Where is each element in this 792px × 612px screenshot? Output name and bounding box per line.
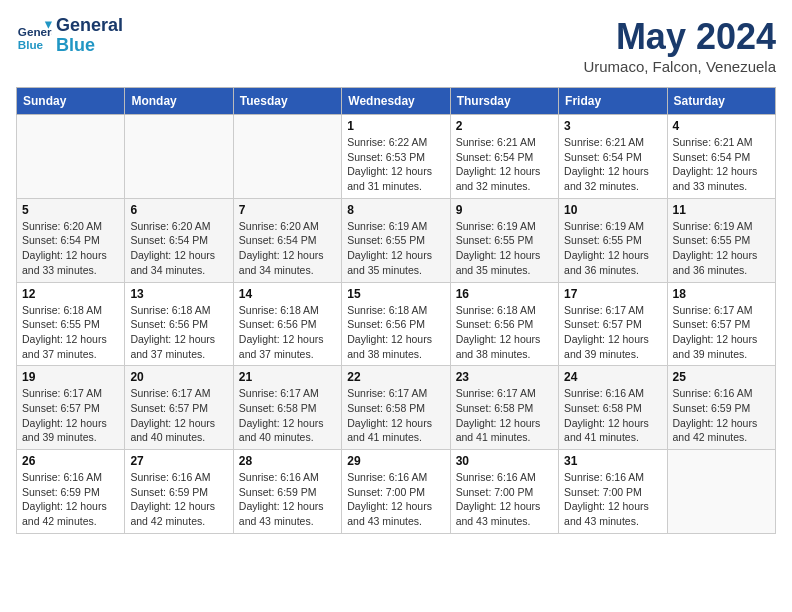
week-row-2: 12Sunrise: 6:18 AM Sunset: 6:55 PM Dayli… bbox=[17, 282, 776, 366]
weekday-monday: Monday bbox=[125, 88, 233, 115]
day-number: 3 bbox=[564, 119, 661, 133]
day-info: Sunrise: 6:17 AM Sunset: 6:58 PM Dayligh… bbox=[239, 386, 336, 445]
calendar-cell bbox=[667, 450, 775, 534]
day-number: 16 bbox=[456, 287, 553, 301]
calendar-cell: 30Sunrise: 6:16 AM Sunset: 7:00 PM Dayli… bbox=[450, 450, 558, 534]
calendar-cell: 11Sunrise: 6:19 AM Sunset: 6:55 PM Dayli… bbox=[667, 198, 775, 282]
calendar-cell: 8Sunrise: 6:19 AM Sunset: 6:55 PM Daylig… bbox=[342, 198, 450, 282]
day-info: Sunrise: 6:16 AM Sunset: 6:59 PM Dayligh… bbox=[673, 386, 770, 445]
day-info: Sunrise: 6:16 AM Sunset: 6:59 PM Dayligh… bbox=[239, 470, 336, 529]
day-info: Sunrise: 6:18 AM Sunset: 6:56 PM Dayligh… bbox=[239, 303, 336, 362]
weekday-sunday: Sunday bbox=[17, 88, 125, 115]
day-number: 25 bbox=[673, 370, 770, 384]
svg-text:General: General bbox=[18, 25, 52, 38]
calendar-header: SundayMondayTuesdayWednesdayThursdayFrid… bbox=[17, 88, 776, 115]
day-info: Sunrise: 6:21 AM Sunset: 6:54 PM Dayligh… bbox=[456, 135, 553, 194]
calendar-cell: 24Sunrise: 6:16 AM Sunset: 6:58 PM Dayli… bbox=[559, 366, 667, 450]
logo: General Blue General Blue bbox=[16, 16, 123, 56]
day-number: 31 bbox=[564, 454, 661, 468]
weekday-header-row: SundayMondayTuesdayWednesdayThursdayFrid… bbox=[17, 88, 776, 115]
calendar-cell: 5Sunrise: 6:20 AM Sunset: 6:54 PM Daylig… bbox=[17, 198, 125, 282]
calendar-cell: 3Sunrise: 6:21 AM Sunset: 6:54 PM Daylig… bbox=[559, 115, 667, 199]
day-info: Sunrise: 6:16 AM Sunset: 6:58 PM Dayligh… bbox=[564, 386, 661, 445]
day-number: 29 bbox=[347, 454, 444, 468]
calendar-cell: 26Sunrise: 6:16 AM Sunset: 6:59 PM Dayli… bbox=[17, 450, 125, 534]
day-info: Sunrise: 6:21 AM Sunset: 6:54 PM Dayligh… bbox=[673, 135, 770, 194]
day-info: Sunrise: 6:18 AM Sunset: 6:56 PM Dayligh… bbox=[456, 303, 553, 362]
calendar-cell: 10Sunrise: 6:19 AM Sunset: 6:55 PM Dayli… bbox=[559, 198, 667, 282]
calendar-cell bbox=[233, 115, 341, 199]
calendar-cell: 23Sunrise: 6:17 AM Sunset: 6:58 PM Dayli… bbox=[450, 366, 558, 450]
day-number: 17 bbox=[564, 287, 661, 301]
day-number: 12 bbox=[22, 287, 119, 301]
day-number: 9 bbox=[456, 203, 553, 217]
day-info: Sunrise: 6:18 AM Sunset: 6:55 PM Dayligh… bbox=[22, 303, 119, 362]
calendar-cell: 4Sunrise: 6:21 AM Sunset: 6:54 PM Daylig… bbox=[667, 115, 775, 199]
day-number: 4 bbox=[673, 119, 770, 133]
day-number: 26 bbox=[22, 454, 119, 468]
day-number: 15 bbox=[347, 287, 444, 301]
weekday-friday: Friday bbox=[559, 88, 667, 115]
day-number: 8 bbox=[347, 203, 444, 217]
logo-text-line1: General bbox=[56, 16, 123, 36]
weekday-saturday: Saturday bbox=[667, 88, 775, 115]
calendar-cell: 27Sunrise: 6:16 AM Sunset: 6:59 PM Dayli… bbox=[125, 450, 233, 534]
calendar-cell: 12Sunrise: 6:18 AM Sunset: 6:55 PM Dayli… bbox=[17, 282, 125, 366]
day-info: Sunrise: 6:17 AM Sunset: 6:57 PM Dayligh… bbox=[22, 386, 119, 445]
weekday-tuesday: Tuesday bbox=[233, 88, 341, 115]
day-info: Sunrise: 6:17 AM Sunset: 6:58 PM Dayligh… bbox=[347, 386, 444, 445]
day-number: 19 bbox=[22, 370, 119, 384]
calendar-cell: 15Sunrise: 6:18 AM Sunset: 6:56 PM Dayli… bbox=[342, 282, 450, 366]
weekday-wednesday: Wednesday bbox=[342, 88, 450, 115]
week-row-0: 1Sunrise: 6:22 AM Sunset: 6:53 PM Daylig… bbox=[17, 115, 776, 199]
day-info: Sunrise: 6:20 AM Sunset: 6:54 PM Dayligh… bbox=[239, 219, 336, 278]
logo-icon: General Blue bbox=[16, 18, 52, 54]
day-info: Sunrise: 6:16 AM Sunset: 6:59 PM Dayligh… bbox=[22, 470, 119, 529]
week-row-1: 5Sunrise: 6:20 AM Sunset: 6:54 PM Daylig… bbox=[17, 198, 776, 282]
page-header: General Blue General Blue May 2024 Uruma… bbox=[16, 16, 776, 75]
day-info: Sunrise: 6:16 AM Sunset: 7:00 PM Dayligh… bbox=[347, 470, 444, 529]
calendar-cell: 1Sunrise: 6:22 AM Sunset: 6:53 PM Daylig… bbox=[342, 115, 450, 199]
day-number: 5 bbox=[22, 203, 119, 217]
calendar-body: 1Sunrise: 6:22 AM Sunset: 6:53 PM Daylig… bbox=[17, 115, 776, 534]
week-row-3: 19Sunrise: 6:17 AM Sunset: 6:57 PM Dayli… bbox=[17, 366, 776, 450]
calendar-cell: 20Sunrise: 6:17 AM Sunset: 6:57 PM Dayli… bbox=[125, 366, 233, 450]
day-number: 10 bbox=[564, 203, 661, 217]
calendar-cell: 18Sunrise: 6:17 AM Sunset: 6:57 PM Dayli… bbox=[667, 282, 775, 366]
calendar-cell: 29Sunrise: 6:16 AM Sunset: 7:00 PM Dayli… bbox=[342, 450, 450, 534]
calendar-cell: 7Sunrise: 6:20 AM Sunset: 6:54 PM Daylig… bbox=[233, 198, 341, 282]
weekday-thursday: Thursday bbox=[450, 88, 558, 115]
day-info: Sunrise: 6:20 AM Sunset: 6:54 PM Dayligh… bbox=[130, 219, 227, 278]
calendar-cell bbox=[125, 115, 233, 199]
calendar-cell: 16Sunrise: 6:18 AM Sunset: 6:56 PM Dayli… bbox=[450, 282, 558, 366]
day-number: 27 bbox=[130, 454, 227, 468]
day-info: Sunrise: 6:18 AM Sunset: 6:56 PM Dayligh… bbox=[130, 303, 227, 362]
day-info: Sunrise: 6:18 AM Sunset: 6:56 PM Dayligh… bbox=[347, 303, 444, 362]
day-number: 14 bbox=[239, 287, 336, 301]
day-info: Sunrise: 6:22 AM Sunset: 6:53 PM Dayligh… bbox=[347, 135, 444, 194]
day-info: Sunrise: 6:17 AM Sunset: 6:57 PM Dayligh… bbox=[673, 303, 770, 362]
logo-text-line2: Blue bbox=[56, 36, 123, 56]
location-subtitle: Urumaco, Falcon, Venezuela bbox=[583, 58, 776, 75]
day-info: Sunrise: 6:19 AM Sunset: 6:55 PM Dayligh… bbox=[347, 219, 444, 278]
calendar-cell: 13Sunrise: 6:18 AM Sunset: 6:56 PM Dayli… bbox=[125, 282, 233, 366]
calendar-cell: 25Sunrise: 6:16 AM Sunset: 6:59 PM Dayli… bbox=[667, 366, 775, 450]
day-number: 18 bbox=[673, 287, 770, 301]
day-number: 6 bbox=[130, 203, 227, 217]
day-number: 2 bbox=[456, 119, 553, 133]
calendar-table: SundayMondayTuesdayWednesdayThursdayFrid… bbox=[16, 87, 776, 534]
title-block: May 2024 Urumaco, Falcon, Venezuela bbox=[583, 16, 776, 75]
day-number: 1 bbox=[347, 119, 444, 133]
calendar-cell: 19Sunrise: 6:17 AM Sunset: 6:57 PM Dayli… bbox=[17, 366, 125, 450]
calendar-cell: 28Sunrise: 6:16 AM Sunset: 6:59 PM Dayli… bbox=[233, 450, 341, 534]
svg-text:Blue: Blue bbox=[18, 37, 44, 50]
day-info: Sunrise: 6:17 AM Sunset: 6:57 PM Dayligh… bbox=[130, 386, 227, 445]
day-number: 21 bbox=[239, 370, 336, 384]
calendar-cell: 21Sunrise: 6:17 AM Sunset: 6:58 PM Dayli… bbox=[233, 366, 341, 450]
day-number: 23 bbox=[456, 370, 553, 384]
calendar-cell: 22Sunrise: 6:17 AM Sunset: 6:58 PM Dayli… bbox=[342, 366, 450, 450]
day-number: 7 bbox=[239, 203, 336, 217]
day-info: Sunrise: 6:16 AM Sunset: 7:00 PM Dayligh… bbox=[456, 470, 553, 529]
calendar-cell bbox=[17, 115, 125, 199]
day-number: 22 bbox=[347, 370, 444, 384]
